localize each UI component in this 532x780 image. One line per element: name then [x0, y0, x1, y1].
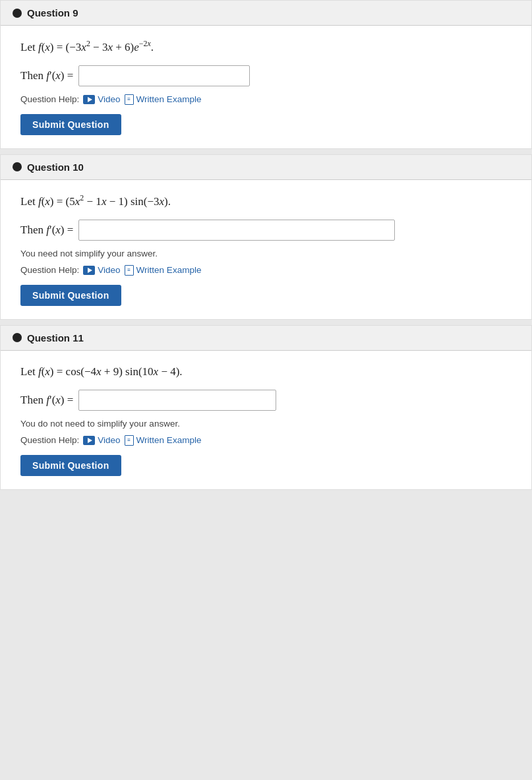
question-9-video-link[interactable]: Video: [83, 94, 120, 104]
question-11-submit-button[interactable]: Submit Question: [20, 455, 121, 476]
question-11-help-row: Question Help: Video Written Example: [20, 435, 512, 446]
question-10-dot: [13, 162, 22, 171]
question-11-header: Question 11: [1, 326, 531, 351]
question-11-formula: Let f(x) = cos(−4x + 9) sin(10x − 4).: [20, 363, 512, 380]
question-9-title: Question 9: [27, 7, 78, 18]
question-11-written-label: Written Example: [136, 435, 202, 445]
question-10-header: Question 10: [1, 155, 531, 180]
question-11-video-icon: [83, 436, 95, 445]
question-9-formula: Let f(x) = (−3x2 − 3x + 6)e−2x.: [20, 38, 512, 56]
question-10-body: Let f(x) = (5x2 − 1x − 1) sin(−3x). Then…: [1, 180, 531, 319]
question-9-input[interactable]: [78, 65, 250, 86]
question-9-answer-row: Then f′(x) =: [20, 65, 512, 86]
question-10-answer-row: Then f′(x) =: [20, 220, 512, 241]
question-11-note: You do not need to simplify your answer.: [20, 419, 512, 429]
question-11-help-label: Question Help:: [20, 435, 79, 445]
question-9-help-row: Question Help: Video Written Example: [20, 94, 512, 105]
question-11-block: Question 11 Let f(x) = cos(−4x + 9) sin(…: [0, 325, 532, 490]
question-9-doc-icon: [125, 94, 134, 105]
question-11-answer-row: Then f′(x) =: [20, 390, 512, 411]
question-10-video-label: Video: [98, 265, 120, 275]
question-10-submit-button[interactable]: Submit Question: [20, 285, 121, 306]
question-9-help-label: Question Help:: [20, 94, 79, 104]
question-9-dot: [13, 9, 22, 18]
question-11-body: Let f(x) = cos(−4x + 9) sin(10x − 4). Th…: [1, 351, 531, 489]
question-11-video-label: Video: [98, 435, 120, 445]
question-10-written-link[interactable]: Written Example: [125, 265, 202, 276]
question-11-written-link[interactable]: Written Example: [125, 435, 202, 446]
question-10-formula: Let f(x) = (5x2 − 1x − 1) sin(−3x).: [20, 192, 512, 210]
question-9-video-label: Video: [98, 94, 120, 104]
question-9-submit-button[interactable]: Submit Question: [20, 114, 121, 135]
page-container: Question 9 Let f(x) = (−3x2 − 3x + 6)e−2…: [0, 0, 532, 490]
question-9-answer-label: Then f′(x) =: [20, 69, 73, 82]
question-10-video-icon: [83, 266, 95, 275]
question-11-video-link[interactable]: Video: [83, 435, 120, 445]
question-9-video-icon: [83, 95, 95, 104]
question-10-written-label: Written Example: [136, 265, 202, 275]
question-11-doc-icon: [125, 435, 134, 446]
question-11-title: Question 11: [27, 332, 84, 344]
question-10-help-row: Question Help: Video Written Example: [20, 265, 512, 276]
question-11-dot: [13, 333, 22, 342]
question-10-video-link[interactable]: Video: [83, 265, 120, 275]
question-10-answer-label: Then f′(x) =: [20, 224, 73, 237]
question-10-block: Question 10 Let f(x) = (5x2 − 1x − 1) si…: [0, 154, 532, 320]
question-10-doc-icon: [125, 265, 134, 276]
question-9-written-label: Written Example: [136, 94, 202, 104]
question-9-body: Let f(x) = (−3x2 − 3x + 6)e−2x. Then f′(…: [1, 26, 531, 148]
question-11-answer-label: Then f′(x) =: [20, 394, 73, 407]
question-10-help-label: Question Help:: [20, 265, 79, 275]
question-10-input[interactable]: [78, 220, 395, 241]
question-11-input[interactable]: [78, 390, 276, 411]
question-9-written-link[interactable]: Written Example: [125, 94, 202, 105]
question-10-title: Question 10: [27, 162, 84, 173]
question-10-note: You need not simplify your answer.: [20, 249, 512, 258]
question-9-header: Question 9: [1, 1, 531, 26]
question-9-block: Question 9 Let f(x) = (−3x2 − 3x + 6)e−2…: [0, 0, 532, 149]
